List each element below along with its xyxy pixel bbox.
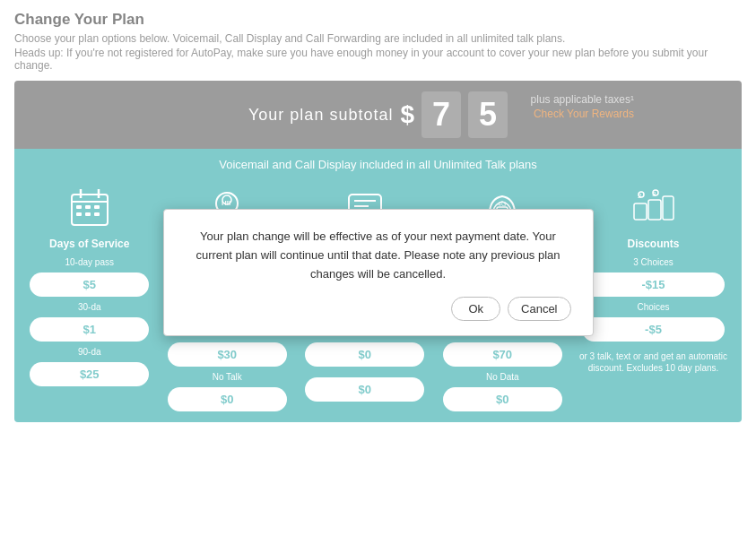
ok-button[interactable]: Ok [451,297,500,321]
cancel-button[interactable]: Cancel [508,297,570,321]
modal-box: Your plan change will be effective as of… [163,209,594,335]
modal-overlay: Your plan change will be effective as of… [0,0,756,545]
modal-text: Your plan change will be effective as of… [186,228,571,283]
modal-buttons: Ok Cancel [186,297,571,321]
